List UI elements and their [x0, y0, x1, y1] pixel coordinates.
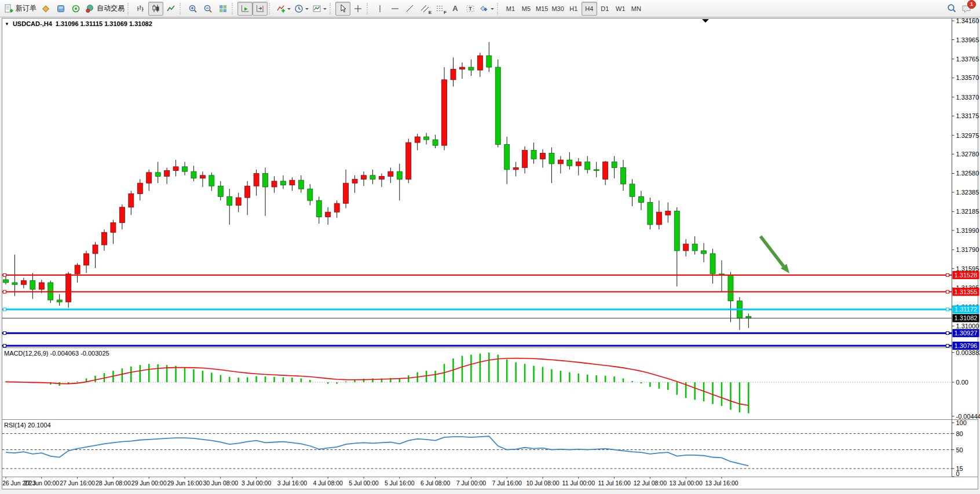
auto-trading-button[interactable]: 自动交易 [83, 2, 126, 16]
candle[interactable] [209, 175, 214, 186]
symbol-dropdown-icon[interactable]: ▼ [5, 21, 9, 27]
candle[interactable] [683, 244, 689, 251]
trendline-tool-button[interactable] [403, 2, 418, 16]
timeframe-d1[interactable]: D1 [597, 2, 613, 16]
candle[interactable] [39, 283, 44, 290]
chart-shift-button[interactable] [253, 2, 268, 16]
candle[interactable] [218, 186, 223, 196]
candle[interactable] [397, 171, 402, 179]
timeframe-m30[interactable]: M30 [550, 2, 565, 16]
line-handle[interactable] [946, 290, 949, 293]
search-button[interactable] [944, 2, 959, 16]
candle[interactable] [129, 194, 134, 207]
candle[interactable] [200, 175, 205, 178]
shapes-tool-button[interactable] [478, 2, 496, 16]
candle[interactable] [504, 144, 510, 169]
candle[interactable] [406, 142, 411, 179]
candle[interactable] [415, 137, 420, 142]
candle[interactable] [334, 203, 339, 212]
label-tool-button[interactable]: T [463, 2, 478, 16]
bar-chart-button[interactable] [133, 2, 148, 16]
vertical-line-tool-button[interactable] [372, 2, 387, 16]
candle[interactable] [513, 167, 518, 169]
candle[interactable] [638, 197, 643, 203]
candle[interactable] [66, 274, 71, 302]
timeframe-h1[interactable]: H1 [566, 2, 582, 16]
line-handle[interactable] [3, 332, 6, 335]
candlestick-chart-button[interactable] [148, 2, 163, 16]
timeframe-m15[interactable]: M15 [534, 2, 550, 16]
candle[interactable] [57, 300, 62, 302]
candle[interactable] [630, 184, 635, 197]
candle[interactable] [540, 153, 546, 159]
profile-button[interactable] [53, 2, 68, 16]
candle[interactable] [272, 181, 277, 187]
candle[interactable] [326, 212, 331, 217]
candle[interactable] [12, 283, 17, 284]
candle[interactable] [558, 160, 563, 164]
candle[interactable] [594, 170, 599, 171]
candle[interactable] [280, 181, 286, 185]
candle[interactable] [147, 173, 152, 183]
candle[interactable] [424, 137, 429, 140]
new-order-button[interactable]: 新订单 [2, 2, 38, 16]
candle[interactable] [352, 180, 357, 184]
candle[interactable] [665, 211, 671, 215]
candle[interactable] [459, 67, 465, 69]
candle[interactable] [388, 171, 393, 176]
timeframe-w1[interactable]: W1 [613, 2, 628, 16]
candle[interactable] [451, 69, 456, 79]
candle[interactable] [245, 186, 250, 197]
candle[interactable] [21, 281, 26, 285]
market-button[interactable] [38, 2, 53, 16]
candle[interactable] [433, 140, 438, 145]
candle[interactable] [155, 173, 160, 177]
candle[interactable] [674, 211, 679, 251]
line-handle[interactable] [3, 345, 6, 347]
timeframe-mn[interactable]: MN [628, 2, 644, 16]
alerts-button[interactable] [68, 2, 83, 16]
cursor-tool-button[interactable] [335, 2, 350, 16]
line-chart-button[interactable] [163, 2, 178, 16]
candle[interactable] [701, 251, 707, 254]
timeframe-m5[interactable]: M5 [518, 2, 534, 16]
candle[interactable] [101, 232, 107, 245]
candle[interactable] [84, 254, 89, 265]
candle[interactable] [263, 173, 268, 186]
candle[interactable] [191, 171, 196, 178]
candle[interactable] [621, 167, 626, 184]
candle[interactable] [182, 167, 188, 171]
candle[interactable] [227, 197, 232, 206]
channel-tool-button[interactable]: E [418, 2, 433, 16]
zoom-out-button[interactable] [200, 2, 215, 16]
candle[interactable] [522, 150, 528, 167]
line-handle[interactable] [946, 332, 949, 335]
fibonacci-tool-button[interactable]: F [433, 2, 448, 16]
candle[interactable] [442, 80, 447, 145]
line-handle[interactable] [3, 308, 6, 311]
candle[interactable] [290, 180, 295, 185]
candle[interactable] [567, 160, 572, 166]
line-handle[interactable] [946, 308, 949, 311]
candle[interactable] [3, 280, 9, 283]
tile-windows-button[interactable] [215, 2, 231, 16]
candle[interactable] [585, 162, 590, 169]
candle[interactable] [119, 207, 125, 223]
candle[interactable] [30, 281, 35, 290]
candle[interactable] [477, 56, 482, 70]
zoom-in-button[interactable] [185, 2, 200, 16]
candle[interactable] [495, 67, 500, 144]
line-handle[interactable] [946, 345, 949, 347]
candle[interactable] [298, 180, 303, 189]
auto-scroll-button[interactable] [237, 2, 253, 16]
candle[interactable] [728, 275, 733, 301]
candle[interactable] [308, 189, 313, 200]
candle[interactable] [487, 56, 492, 67]
candle[interactable] [173, 167, 178, 171]
candle[interactable] [379, 176, 384, 179]
indicators-button[interactable] [275, 2, 292, 16]
candle[interactable] [75, 265, 80, 274]
candle[interactable] [343, 183, 349, 203]
candle[interactable] [164, 170, 170, 176]
candle[interactable] [576, 162, 581, 166]
